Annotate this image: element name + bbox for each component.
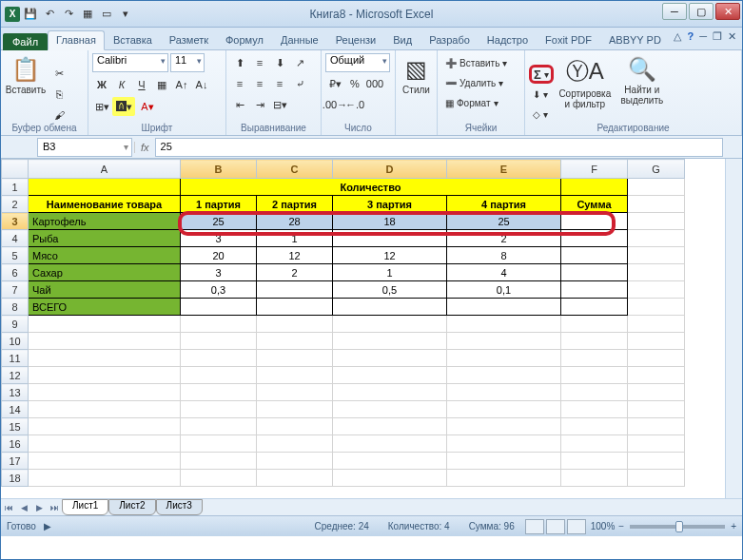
cell[interactable]: ВСЕГО bbox=[29, 299, 181, 316]
cell[interactable] bbox=[333, 384, 447, 401]
align-middle-button[interactable]: ≡ bbox=[250, 53, 269, 72]
cell[interactable] bbox=[29, 470, 181, 487]
cell[interactable] bbox=[257, 299, 333, 316]
cell[interactable] bbox=[257, 418, 333, 435]
ribbon-tab-рецензи[interactable]: Рецензи bbox=[327, 30, 385, 49]
cell[interactable] bbox=[333, 230, 447, 247]
align-right-button[interactable]: ≡ bbox=[270, 74, 289, 93]
cell[interactable] bbox=[561, 316, 628, 333]
cell[interactable] bbox=[257, 333, 333, 350]
cell[interactable] bbox=[333, 470, 447, 487]
zoom-slider[interactable] bbox=[630, 525, 725, 529]
cell[interactable] bbox=[628, 333, 685, 350]
cell[interactable] bbox=[333, 333, 447, 350]
column-header[interactable]: B bbox=[181, 160, 257, 179]
column-header[interactable]: E bbox=[447, 160, 561, 179]
cell[interactable]: 12 bbox=[333, 247, 447, 264]
cell[interactable] bbox=[628, 350, 685, 367]
sheet-tab[interactable]: Лист3 bbox=[156, 499, 203, 515]
qat-button[interactable]: ▭ bbox=[98, 6, 115, 23]
cell[interactable]: 3 партия bbox=[333, 196, 447, 213]
close-button[interactable]: ✕ bbox=[715, 3, 740, 20]
cell[interactable] bbox=[29, 333, 181, 350]
cell[interactable]: 18 bbox=[333, 213, 447, 230]
row-header[interactable]: 17 bbox=[2, 453, 29, 470]
cell[interactable] bbox=[333, 316, 447, 333]
cell[interactable] bbox=[257, 401, 333, 418]
ribbon-tab-надстро[interactable]: Надстро bbox=[479, 30, 537, 49]
row-header[interactable]: 13 bbox=[2, 384, 29, 401]
cell[interactable] bbox=[333, 401, 447, 418]
row-header[interactable]: 15 bbox=[2, 418, 29, 435]
row-header[interactable]: 5 bbox=[2, 247, 29, 264]
cell[interactable] bbox=[447, 453, 561, 470]
cell[interactable] bbox=[257, 350, 333, 367]
cell[interactable] bbox=[181, 316, 257, 333]
row-header[interactable]: 8 bbox=[2, 299, 29, 316]
cell[interactable]: 4 bbox=[447, 264, 561, 281]
cell[interactable] bbox=[333, 418, 447, 435]
cell[interactable]: Сахар bbox=[29, 264, 181, 281]
comma-button[interactable]: 000 bbox=[365, 74, 384, 93]
row-header[interactable]: 4 bbox=[2, 230, 29, 247]
cell[interactable] bbox=[333, 435, 447, 453]
border-button[interactable]: ▦ bbox=[152, 75, 171, 94]
autosum-button[interactable]: Σ▾ bbox=[529, 65, 554, 84]
align-center-button[interactable]: ≡ bbox=[250, 74, 269, 93]
cell[interactable] bbox=[447, 401, 561, 418]
file-tab[interactable]: Файл bbox=[3, 33, 48, 50]
row-header[interactable]: 14 bbox=[2, 401, 29, 418]
layout-view-button[interactable] bbox=[546, 519, 565, 534]
doc-close-icon[interactable]: ✕ bbox=[728, 30, 736, 43]
shrink-font-button[interactable]: A↓ bbox=[192, 75, 211, 94]
cell[interactable] bbox=[447, 384, 561, 401]
cell[interactable] bbox=[561, 453, 628, 470]
styles-button[interactable]: ▧ Стили bbox=[400, 53, 433, 135]
zoom-in-button[interactable]: + bbox=[731, 521, 736, 531]
row-header[interactable]: 2 bbox=[2, 196, 29, 213]
bold-button[interactable]: Ж bbox=[92, 75, 111, 94]
delete-cells-button[interactable]: ➖Удалить▾ bbox=[441, 73, 520, 92]
font-color-button[interactable]: A▾ bbox=[136, 97, 159, 116]
minimize-ribbon-icon[interactable]: △ bbox=[674, 30, 681, 43]
cell[interactable] bbox=[628, 299, 685, 316]
copy-button[interactable]: ⎘ bbox=[49, 85, 68, 104]
sheet-tab[interactable]: Лист2 bbox=[108, 499, 155, 515]
column-header[interactable]: G bbox=[628, 160, 685, 179]
help-icon[interactable]: ? bbox=[687, 30, 694, 43]
fill-button[interactable]: ⬇▾ bbox=[529, 85, 552, 104]
cell[interactable]: Сумма bbox=[561, 196, 628, 213]
formula-input[interactable]: 25 bbox=[155, 138, 723, 157]
cell[interactable] bbox=[181, 384, 257, 401]
ribbon-tab-foxit pdf[interactable]: Foxit PDF bbox=[537, 30, 600, 49]
vertical-scrollbar[interactable] bbox=[725, 159, 742, 498]
cell[interactable] bbox=[333, 299, 447, 316]
cell[interactable] bbox=[628, 316, 685, 333]
cell[interactable] bbox=[561, 384, 628, 401]
spreadsheet-grid[interactable]: ABCDEFG1Количество2Наименование товара1 … bbox=[1, 159, 742, 515]
italic-button[interactable]: К bbox=[112, 75, 131, 94]
cell[interactable] bbox=[561, 435, 628, 453]
cell[interactable]: 8 bbox=[447, 247, 561, 264]
zoom-out-button[interactable]: − bbox=[618, 521, 624, 531]
cell[interactable] bbox=[561, 179, 628, 196]
pagebreak-view-button[interactable] bbox=[567, 519, 586, 534]
cell[interactable]: Чай bbox=[29, 281, 181, 299]
cell[interactable] bbox=[181, 435, 257, 453]
fill-color-button[interactable]: 🅰▾ bbox=[112, 97, 135, 116]
ribbon-tab-формул[interactable]: Формул bbox=[217, 30, 272, 49]
cell[interactable]: 28 bbox=[257, 213, 333, 230]
cell[interactable] bbox=[257, 281, 333, 299]
cell[interactable] bbox=[29, 453, 181, 470]
cell[interactable] bbox=[181, 333, 257, 350]
cell[interactable] bbox=[257, 384, 333, 401]
qat-button[interactable]: ▦ bbox=[79, 6, 96, 23]
cell[interactable] bbox=[447, 418, 561, 435]
cell[interactable] bbox=[29, 401, 181, 418]
cell[interactable]: Рыба bbox=[29, 230, 181, 247]
cell[interactable] bbox=[561, 213, 628, 230]
doc-restore-icon[interactable]: ❐ bbox=[713, 30, 722, 43]
cell[interactable] bbox=[257, 470, 333, 487]
cell[interactable]: 1 bbox=[257, 230, 333, 247]
align-bottom-button[interactable]: ⬇ bbox=[270, 53, 289, 72]
